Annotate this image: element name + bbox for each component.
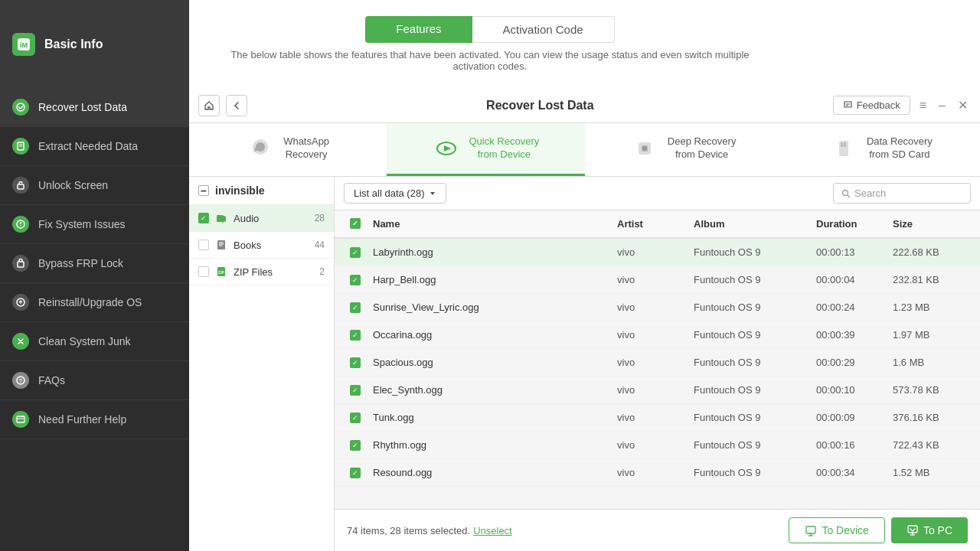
tab-sd-recovery[interactable]: Data Recoveryfrom SD Card xyxy=(782,123,980,176)
footer-info: 74 items, 28 items selected. xyxy=(347,525,470,536)
tab-deep-recovery[interactable]: Deep Recoveryfrom Device xyxy=(585,123,782,176)
search-placeholder: Search xyxy=(854,187,886,199)
file-tree: – invinsible ✓ Audio 28 xyxy=(189,177,335,551)
sidebar: iM Basic Info Recover Lost Data Extract … xyxy=(0,0,189,551)
zip-checkbox[interactable] xyxy=(198,266,209,277)
menu-button[interactable]: ≡ xyxy=(916,97,929,114)
row-album: Funtouch OS 9 xyxy=(688,352,810,373)
table-row[interactable]: ✓ Occarina.ogg vivo Funtouch OS 9 00:00:… xyxy=(335,321,980,349)
minimize-button[interactable]: – xyxy=(936,97,949,114)
titlebar-right: Feedback ≡ – ✕ xyxy=(833,96,971,115)
select-all-checkbox[interactable]: ✓ xyxy=(350,218,361,229)
table-row[interactable]: ✓ Elec_Synth.ogg vivo Funtouch OS 9 00:0… xyxy=(335,377,980,404)
row-artist: vivo xyxy=(611,297,688,318)
sidebar-item-reinstall[interactable]: Reinstall/Upgrade OS xyxy=(0,283,189,322)
features-tab-active[interactable]: Features xyxy=(365,16,472,43)
back-button[interactable] xyxy=(226,95,247,116)
device-checkbox[interactable]: – xyxy=(198,185,209,196)
filter-button[interactable]: List all data (28) xyxy=(344,183,446,204)
sidebar-item-clean-junk[interactable]: Clean System Junk xyxy=(0,322,189,361)
deep-recovery-tab-icon xyxy=(631,135,658,162)
extract-icon xyxy=(12,138,29,155)
app-logo: iM xyxy=(12,33,35,56)
row-checkbox-cell: ✓ xyxy=(344,463,367,483)
row-duration: 00:00:34 xyxy=(810,462,887,483)
device-header: – invinsible xyxy=(189,177,334,205)
file-list-footer: 74 items, 28 items selected. Unselect To… xyxy=(335,509,980,551)
table-row[interactable]: ✓ Sunrise_View_Lyric.ogg vivo Funtouch O… xyxy=(335,294,980,321)
sidebar-item-fix-system[interactable]: Fix System Issues xyxy=(0,205,189,244)
sidebar-item-bypass-frp[interactable]: Bypass FRP Lock xyxy=(0,244,189,283)
books-checkbox[interactable] xyxy=(198,240,209,250)
row-size: 573.78 KB xyxy=(887,380,971,400)
tab-quick-recovery[interactable]: Quick Recoveryfrom Device xyxy=(387,123,584,176)
col-duration: Duration xyxy=(810,210,887,237)
tree-item-zip[interactable]: ZIP ZIP Files 2 xyxy=(189,259,334,285)
row-duration: 00:00:24 xyxy=(810,297,887,318)
row-checkbox-cell: ✓ xyxy=(344,408,367,428)
window-titlebar: Recover Lost Data Feedback ≡ – ✕ xyxy=(189,88,980,123)
search-box[interactable]: Search xyxy=(833,183,971,204)
search-icon xyxy=(841,189,851,198)
file-list: List all data (28) Search ✓ Name Artist … xyxy=(335,177,980,551)
col-album: Album xyxy=(688,210,810,237)
row-album: Funtouch OS 9 xyxy=(688,242,810,262)
to-pc-button[interactable]: To PC xyxy=(891,517,968,543)
table-row[interactable]: ✓ Tunk.ogg vivo Funtouch OS 9 00:00:09 3… xyxy=(335,404,980,432)
filter-dropdown-icon xyxy=(429,190,436,197)
to-device-label: To Device xyxy=(822,524,868,536)
sidebar-item-unlock-screen[interactable]: Unlock Screen xyxy=(0,166,189,205)
row-duration: 00:00:09 xyxy=(810,407,887,428)
row-size: 222.68 KB xyxy=(887,242,971,262)
main-window: Recover Lost Data Feedback ≡ – ✕ WhatsAp… xyxy=(189,88,980,551)
row-checkbox[interactable]: ✓ xyxy=(350,440,361,451)
row-checkbox-cell: ✓ xyxy=(344,298,367,318)
row-checkbox[interactable]: ✓ xyxy=(350,302,361,313)
footer-actions: To Device To PC xyxy=(789,517,968,543)
table-row[interactable]: ✓ Harp_Bell.ogg vivo Funtouch OS 9 00:00… xyxy=(335,266,980,294)
feedback-button[interactable]: Feedback xyxy=(833,96,910,115)
svg-rect-15 xyxy=(17,416,24,422)
svg-point-23 xyxy=(642,146,647,151)
tab-whatsapp[interactable]: WhatsAppRecovery xyxy=(189,123,387,176)
row-artist: vivo xyxy=(611,407,688,428)
sidebar-label-clean: Clean System Junk xyxy=(38,335,131,347)
sidebar-item-need-help[interactable]: Need Further Help xyxy=(0,400,189,439)
sidebar-title: Basic Info xyxy=(44,37,103,51)
to-device-button[interactable]: To Device xyxy=(789,517,884,543)
sidebar-item-recover-lost-data[interactable]: Recover Lost Data xyxy=(0,88,189,127)
close-button[interactable]: ✕ xyxy=(955,96,971,114)
books-label: Books xyxy=(234,240,261,251)
table-row[interactable]: ✓ Resound.ogg vivo Funtouch OS 9 00:00:3… xyxy=(335,459,980,487)
svg-text:ZIP: ZIP xyxy=(218,270,224,275)
audio-icon xyxy=(215,212,227,224)
table-row[interactable]: ✓ Labyrinth.ogg vivo Funtouch OS 9 00:00… xyxy=(335,239,980,266)
zip-label: ZIP Files xyxy=(234,266,273,278)
audio-checkbox[interactable]: ✓ xyxy=(198,213,209,223)
row-checkbox[interactable]: ✓ xyxy=(350,468,361,478)
table-row[interactable]: ✓ Spacious.ogg vivo Funtouch OS 9 00:00:… xyxy=(335,349,980,377)
svg-point-9 xyxy=(20,225,21,227)
row-checkbox[interactable]: ✓ xyxy=(350,247,361,258)
activation-tab[interactable]: Activation Code xyxy=(472,16,615,43)
row-checkbox[interactable]: ✓ xyxy=(350,412,361,423)
tree-item-audio[interactable]: ✓ Audio 28 xyxy=(189,205,334,232)
tree-item-books[interactable]: Books 44 xyxy=(189,232,334,259)
row-checkbox[interactable]: ✓ xyxy=(350,385,361,396)
home-button[interactable] xyxy=(198,95,220,116)
sidebar-item-extract-needed-data[interactable]: Extract Needed Data xyxy=(0,127,189,166)
unselect-link[interactable]: Unselect xyxy=(473,525,512,536)
deep-recovery-tab-label: Deep Recoveryfrom Device xyxy=(668,135,737,161)
row-duration: 00:00:16 xyxy=(810,435,887,455)
row-checkbox[interactable]: ✓ xyxy=(350,330,361,341)
col-size: Size xyxy=(887,210,971,237)
row-duration: 00:00:13 xyxy=(810,242,887,262)
row-album: Funtouch OS 9 xyxy=(688,462,810,483)
row-name: Spacious.ogg xyxy=(367,352,611,373)
whatsapp-tab-label: WhatsAppRecovery xyxy=(283,135,329,161)
sidebar-item-faqs[interactable]: ? FAQs xyxy=(0,361,189,400)
row-checkbox[interactable]: ✓ xyxy=(350,275,361,285)
table-row[interactable]: ✓ Rhythm.ogg vivo Funtouch OS 9 00:00:16… xyxy=(335,432,980,459)
sidebar-label-faqs: FAQs xyxy=(38,374,65,386)
row-checkbox[interactable]: ✓ xyxy=(350,357,361,368)
